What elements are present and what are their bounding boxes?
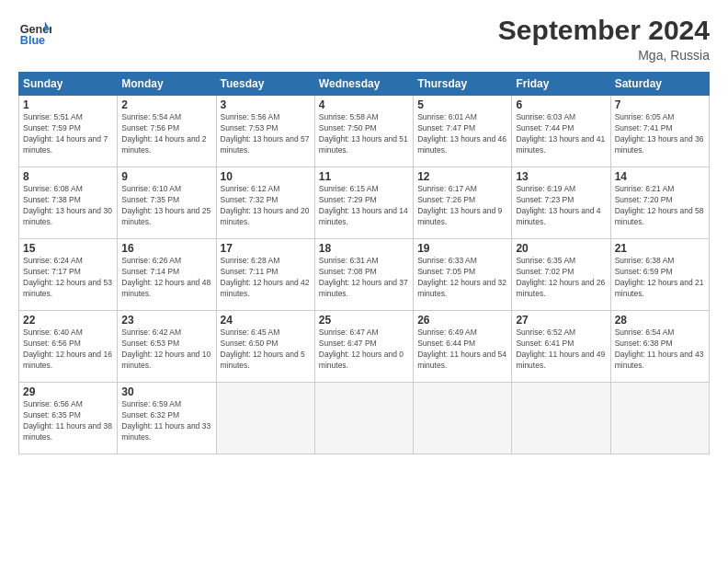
calendar-cell: [512, 383, 610, 454]
day-number: 8: [23, 170, 113, 183]
day-number: 11: [319, 170, 409, 183]
calendar-row-3: 22 Sunrise: 6:40 AM Sunset: 6:56 PM Dayl…: [19, 311, 710, 383]
day-info: Sunrise: 6:05 AM Sunset: 7:41 PM Dayligh…: [615, 112, 705, 156]
calendar-cell: 20 Sunrise: 6:35 AM Sunset: 7:02 PM Dayl…: [512, 239, 610, 311]
day-info: Sunrise: 6:19 AM Sunset: 7:23 PM Dayligh…: [516, 184, 606, 228]
calendar-cell: 6 Sunrise: 6:03 AM Sunset: 7:44 PM Dayli…: [512, 96, 610, 167]
day-info: Sunrise: 6:54 AM Sunset: 6:38 PM Dayligh…: [615, 327, 705, 372]
day-number: 25: [319, 314, 409, 327]
calendar-cell: 26 Sunrise: 6:49 AM Sunset: 6:44 PM Dayl…: [414, 311, 512, 383]
calendar-cell: 15 Sunrise: 6:24 AM Sunset: 7:17 PM Dayl…: [19, 239, 118, 311]
col-thursday: Thursday: [414, 73, 512, 96]
day-number: 19: [417, 242, 507, 255]
day-info: Sunrise: 5:51 AM Sunset: 7:59 PM Dayligh…: [23, 112, 113, 156]
location: Mga, Russia: [498, 48, 710, 63]
day-number: 14: [615, 170, 705, 183]
day-number: 13: [516, 170, 606, 183]
calendar-row-0: 1 Sunrise: 5:51 AM Sunset: 7:59 PM Dayli…: [19, 96, 710, 167]
day-info: Sunrise: 5:54 AM Sunset: 7:56 PM Dayligh…: [121, 112, 211, 156]
day-number: 15: [23, 242, 113, 255]
day-info: Sunrise: 5:58 AM Sunset: 7:50 PM Dayligh…: [319, 112, 409, 156]
day-info: Sunrise: 6:42 AM Sunset: 6:53 PM Dayligh…: [121, 327, 211, 372]
calendar-cell: 16 Sunrise: 6:26 AM Sunset: 7:14 PM Dayl…: [118, 239, 216, 311]
calendar-cell: 4 Sunrise: 5:58 AM Sunset: 7:50 PM Dayli…: [314, 96, 413, 167]
day-number: 1: [23, 98, 113, 111]
day-number: 20: [516, 242, 606, 255]
calendar-header-row: Sunday Monday Tuesday Wednesday Thursday…: [19, 73, 710, 96]
title-block: September 2024 Mga, Russia: [498, 15, 710, 63]
col-tuesday: Tuesday: [216, 73, 314, 96]
calendar-cell: 5 Sunrise: 6:01 AM Sunset: 7:47 PM Dayli…: [414, 96, 512, 167]
calendar-cell: 25 Sunrise: 6:47 AM Sunset: 6:47 PM Dayl…: [314, 311, 413, 383]
day-info: Sunrise: 6:12 AM Sunset: 7:32 PM Dayligh…: [221, 184, 311, 228]
day-info: Sunrise: 6:52 AM Sunset: 6:41 PM Dayligh…: [516, 327, 606, 372]
day-number: 5: [417, 98, 507, 111]
day-number: 10: [221, 170, 311, 183]
day-number: 12: [417, 170, 507, 183]
day-info: Sunrise: 6:26 AM Sunset: 7:14 PM Dayligh…: [121, 256, 211, 300]
day-number: 28: [615, 314, 705, 327]
calendar-cell: 21 Sunrise: 6:38 AM Sunset: 6:59 PM Dayl…: [610, 239, 709, 311]
day-info: Sunrise: 6:10 AM Sunset: 7:35 PM Dayligh…: [121, 184, 211, 228]
calendar-row-1: 8 Sunrise: 6:08 AM Sunset: 7:38 PM Dayli…: [19, 167, 710, 239]
header: General Blue September 2024 Mga, Russia: [18, 15, 710, 63]
day-info: Sunrise: 6:01 AM Sunset: 7:47 PM Dayligh…: [417, 112, 507, 156]
day-info: Sunrise: 6:35 AM Sunset: 7:02 PM Dayligh…: [516, 256, 606, 300]
day-number: 9: [121, 170, 211, 183]
calendar-cell: 2 Sunrise: 5:54 AM Sunset: 7:56 PM Dayli…: [118, 96, 216, 167]
day-info: Sunrise: 6:21 AM Sunset: 7:20 PM Dayligh…: [615, 184, 705, 228]
day-info: Sunrise: 6:17 AM Sunset: 7:26 PM Dayligh…: [417, 184, 507, 228]
day-number: 16: [121, 242, 211, 255]
calendar-cell: 17 Sunrise: 6:28 AM Sunset: 7:11 PM Dayl…: [216, 239, 314, 311]
day-info: Sunrise: 5:56 AM Sunset: 7:53 PM Dayligh…: [221, 112, 311, 156]
col-monday: Monday: [118, 73, 216, 96]
day-info: Sunrise: 6:31 AM Sunset: 7:08 PM Dayligh…: [319, 256, 409, 300]
day-info: Sunrise: 6:59 AM Sunset: 6:32 PM Dayligh…: [121, 399, 211, 443]
day-number: 7: [615, 98, 705, 111]
calendar-cell: 10 Sunrise: 6:12 AM Sunset: 7:32 PM Dayl…: [216, 167, 314, 239]
calendar-cell: [216, 383, 314, 454]
calendar-cell: 12 Sunrise: 6:17 AM Sunset: 7:26 PM Dayl…: [414, 167, 512, 239]
calendar-cell: 1 Sunrise: 5:51 AM Sunset: 7:59 PM Dayli…: [19, 96, 118, 167]
calendar-row-4: 29 Sunrise: 6:56 AM Sunset: 6:35 PM Dayl…: [19, 383, 710, 454]
calendar-cell: 9 Sunrise: 6:10 AM Sunset: 7:35 PM Dayli…: [118, 167, 216, 239]
day-number: 23: [121, 314, 211, 327]
calendar-cell: 18 Sunrise: 6:31 AM Sunset: 7:08 PM Dayl…: [314, 239, 413, 311]
calendar-cell: [610, 383, 709, 454]
calendar-cell: 23 Sunrise: 6:42 AM Sunset: 6:53 PM Dayl…: [118, 311, 216, 383]
month-title: September 2024: [498, 15, 710, 46]
calendar-cell: 24 Sunrise: 6:45 AM Sunset: 6:50 PM Dayl…: [216, 311, 314, 383]
calendar-cell: [414, 383, 512, 454]
calendar-cell: 29 Sunrise: 6:56 AM Sunset: 6:35 PM Dayl…: [19, 383, 118, 454]
logo-icon: General Blue: [18, 15, 51, 48]
col-sunday: Sunday: [19, 73, 118, 96]
day-number: 3: [221, 98, 311, 111]
calendar-cell: 28 Sunrise: 6:54 AM Sunset: 6:38 PM Dayl…: [610, 311, 709, 383]
day-info: Sunrise: 6:40 AM Sunset: 6:56 PM Dayligh…: [23, 327, 113, 372]
calendar-cell: 14 Sunrise: 6:21 AM Sunset: 7:20 PM Dayl…: [610, 167, 709, 239]
calendar-cell: 19 Sunrise: 6:33 AM Sunset: 7:05 PM Dayl…: [414, 239, 512, 311]
day-info: Sunrise: 6:49 AM Sunset: 6:44 PM Dayligh…: [417, 327, 507, 372]
calendar-cell: 3 Sunrise: 5:56 AM Sunset: 7:53 PM Dayli…: [216, 96, 314, 167]
day-number: 29: [23, 385, 113, 398]
day-number: 21: [615, 242, 705, 255]
day-info: Sunrise: 6:24 AM Sunset: 7:17 PM Dayligh…: [23, 256, 113, 300]
day-number: 4: [319, 98, 409, 111]
col-friday: Friday: [512, 73, 610, 96]
calendar-cell: [314, 383, 413, 454]
calendar-cell: 13 Sunrise: 6:19 AM Sunset: 7:23 PM Dayl…: [512, 167, 610, 239]
day-info: Sunrise: 6:03 AM Sunset: 7:44 PM Dayligh…: [516, 112, 606, 156]
calendar-cell: 8 Sunrise: 6:08 AM Sunset: 7:38 PM Dayli…: [19, 167, 118, 239]
day-info: Sunrise: 6:56 AM Sunset: 6:35 PM Dayligh…: [23, 399, 113, 443]
day-number: 22: [23, 314, 113, 327]
calendar-cell: 7 Sunrise: 6:05 AM Sunset: 7:41 PM Dayli…: [610, 96, 709, 167]
logo: General Blue: [18, 15, 51, 48]
col-wednesday: Wednesday: [314, 73, 413, 96]
day-number: 18: [319, 242, 409, 255]
day-info: Sunrise: 6:15 AM Sunset: 7:29 PM Dayligh…: [319, 184, 409, 228]
day-info: Sunrise: 6:45 AM Sunset: 6:50 PM Dayligh…: [221, 327, 311, 372]
day-info: Sunrise: 6:28 AM Sunset: 7:11 PM Dayligh…: [221, 256, 311, 300]
day-number: 27: [516, 314, 606, 327]
day-info: Sunrise: 6:38 AM Sunset: 6:59 PM Dayligh…: [615, 256, 705, 300]
day-number: 30: [121, 385, 211, 398]
